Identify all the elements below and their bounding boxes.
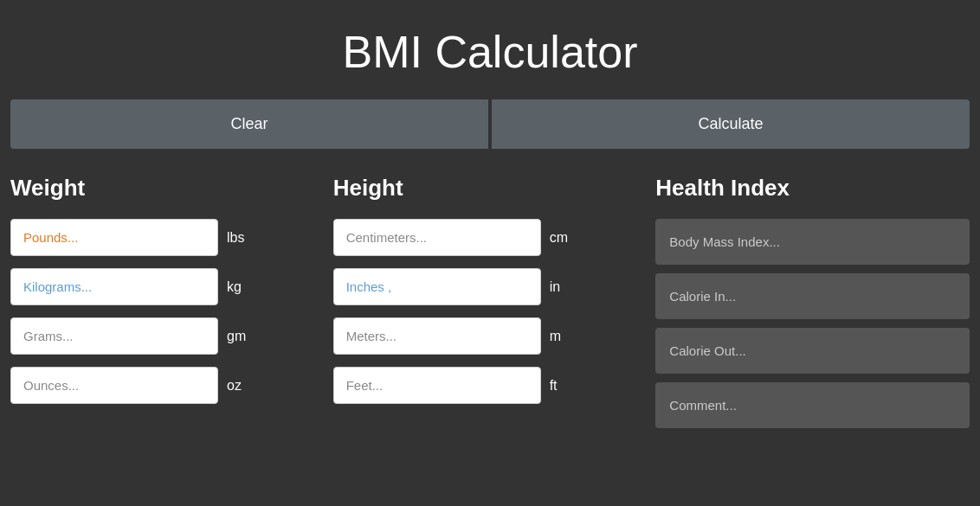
inches-input[interactable] bbox=[333, 268, 541, 305]
grams-input[interactable] bbox=[10, 317, 218, 355]
button-bar: Clear Calculate bbox=[0, 99, 980, 149]
meters-unit: m bbox=[550, 329, 576, 344]
health-index-section: Health Index Body Mass Index... Calorie … bbox=[655, 175, 970, 437]
weight-section-title: Weight bbox=[10, 175, 325, 202]
kilograms-input[interactable] bbox=[10, 268, 218, 305]
inches-unit: in bbox=[550, 279, 576, 295]
clear-button[interactable]: Clear bbox=[10, 99, 488, 149]
height-section: Height cm in m ft bbox=[333, 175, 656, 437]
page-title: BMI Calculator bbox=[0, 0, 980, 99]
grams-unit: gm bbox=[227, 329, 253, 344]
weight-kilograms-row: kg bbox=[10, 268, 325, 305]
feet-input[interactable] bbox=[333, 367, 541, 404]
pounds-unit: lbs bbox=[227, 230, 253, 246]
ounces-input[interactable] bbox=[10, 367, 218, 404]
comment-box: Comment... bbox=[655, 382, 970, 428]
height-feet-row: ft bbox=[333, 367, 648, 404]
weight-grams-row: gm bbox=[10, 317, 325, 355]
feet-unit: ft bbox=[550, 378, 576, 394]
centimeters-unit: cm bbox=[550, 230, 576, 246]
ounces-unit: oz bbox=[227, 378, 253, 394]
health-index-title: Health Index bbox=[655, 175, 970, 202]
height-inches-row: in bbox=[333, 268, 648, 305]
main-content: Weight lbs kg gm oz Height cm in bbox=[0, 175, 980, 437]
height-section-title: Height bbox=[333, 175, 648, 202]
height-centimeters-row: cm bbox=[333, 219, 648, 256]
kilograms-unit: kg bbox=[227, 279, 253, 295]
centimeters-input[interactable] bbox=[333, 219, 541, 256]
pounds-input[interactable] bbox=[10, 219, 218, 256]
weight-section: Weight lbs kg gm oz bbox=[10, 175, 333, 437]
meters-input[interactable] bbox=[333, 317, 541, 355]
weight-ounces-row: oz bbox=[10, 367, 325, 404]
height-meters-row: m bbox=[333, 317, 648, 355]
weight-pounds-row: lbs bbox=[10, 219, 325, 256]
calorie-out-box: Calorie Out... bbox=[655, 328, 970, 374]
bmi-box: Body Mass Index... bbox=[655, 219, 970, 265]
calorie-in-box: Calorie In... bbox=[655, 273, 970, 319]
calculate-button[interactable]: Calculate bbox=[492, 99, 970, 149]
